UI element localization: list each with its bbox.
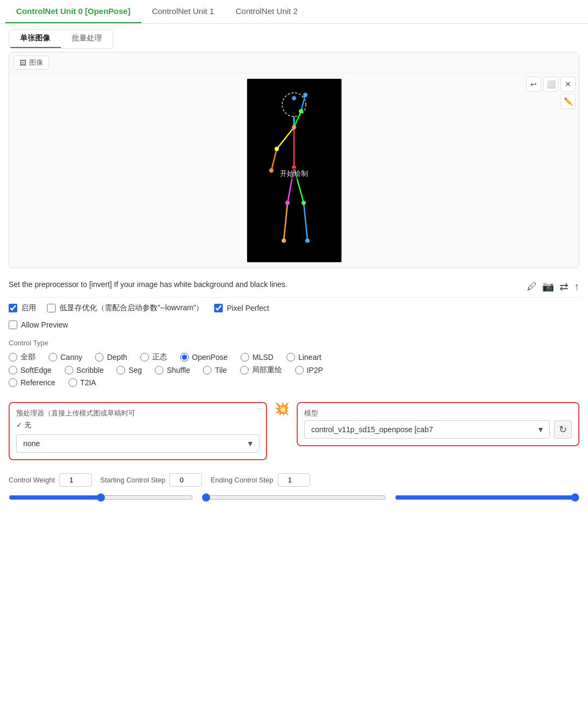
- svg-point-19: [285, 201, 290, 205]
- svg-point-15: [269, 168, 274, 173]
- main-tab-bar: ControlNet Unit 0 [OpenPose] ControlNet …: [0, 0, 588, 24]
- edit-button[interactable]: ✏️: [560, 94, 576, 109]
- radio-label-softedge: SoftEdge: [20, 366, 52, 374]
- radio-label-seg: Seg: [128, 366, 142, 374]
- preprocessor-box: 预处理器（直接上传模式图或草稿时可 ✓ 无 none openpose open…: [9, 402, 267, 460]
- radio-label-all: 全部: [20, 352, 36, 362]
- app-container: ControlNet Unit 0 [OpenPose] ControlNet …: [0, 0, 588, 512]
- preprocessor-select[interactable]: none openpose openpose_face openpose_fac…: [16, 434, 259, 453]
- starting-step-item: Starting Control Step: [100, 473, 202, 487]
- radio-label-reference: Reference: [20, 378, 56, 387]
- pixel-perfect-label: Pixel Perfect: [227, 304, 269, 312]
- radio-mlsd[interactable]: MLSD: [241, 352, 274, 362]
- radio-label-t2ia: T2IA: [80, 378, 97, 387]
- control-weight-slider-wrap: [9, 493, 193, 503]
- svg-point-13: [292, 125, 296, 129]
- lowvram-checkbox-item[interactable]: 低显存优化（需配合启动参数"--lowvram"）: [47, 303, 203, 313]
- up-icon-button[interactable]: ↑: [574, 281, 579, 293]
- starting-step-slider[interactable]: [202, 493, 386, 502]
- starting-step-input[interactable]: [169, 473, 202, 487]
- svg-point-2: [292, 96, 296, 100]
- radio-row-2: SoftEdge Scribble Seg Shuffle Tile 局部重绘: [9, 365, 579, 375]
- erase-button[interactable]: ⬜: [543, 77, 558, 92]
- radio-all[interactable]: 全部: [9, 352, 36, 362]
- image-canvas: 开始绘制 ↩ ⬜ ✕ ✏️: [9, 73, 579, 268]
- model-select[interactable]: control_v11p_sd15_openpose [cab7 None: [304, 420, 550, 439]
- svg-point-22: [305, 238, 310, 243]
- sub-tab-bar: 单张图像 批量处理: [9, 29, 113, 49]
- radio-label-ip2p: IP2P: [307, 366, 323, 374]
- lowvram-label: 低显存优化（需配合启动参数"--lowvram"）: [59, 303, 203, 313]
- radio-openpose[interactable]: OpenPose: [180, 352, 228, 362]
- swap-icon-button[interactable]: ⇄: [559, 280, 569, 293]
- radio-scribble[interactable]: Scribble: [65, 365, 104, 375]
- explosion-icon[interactable]: 💥: [275, 402, 289, 416]
- control-type-label: Control Type: [9, 339, 579, 347]
- ending-step-slider[interactable]: [395, 493, 579, 502]
- svg-point-14: [275, 147, 279, 151]
- lowvram-checkbox[interactable]: [47, 304, 56, 312]
- tab-unit1[interactable]: ControlNet Unit 1: [141, 0, 225, 23]
- svg-point-17: [303, 93, 307, 97]
- radio-canny[interactable]: Canny: [49, 352, 82, 362]
- tab-unit2[interactable]: ControlNet Unit 2: [225, 0, 309, 23]
- radio-label-scribble: Scribble: [77, 366, 104, 374]
- info-section: Set the preprocessor to [invert] If your…: [0, 271, 588, 297]
- svg-point-21: [302, 201, 306, 205]
- info-action-icons: 🖊 📷 ⇄ ↑: [527, 279, 579, 293]
- image-icon: 🖼: [19, 59, 26, 67]
- radio-depth[interactable]: Depth: [95, 352, 127, 362]
- start-draw-label: 开始绘制: [277, 168, 311, 180]
- radio-label-mlsd: MLSD: [252, 353, 274, 362]
- image-toolbar: 🖼 图像: [9, 52, 579, 73]
- enable-checkbox[interactable]: [9, 304, 17, 312]
- pencil-icon-button[interactable]: 🖊: [527, 281, 537, 292]
- radio-ip2p[interactable]: IP2P: [295, 365, 323, 375]
- radio-seg[interactable]: Seg: [117, 365, 142, 375]
- radio-label-tile: Tile: [215, 366, 227, 374]
- image-label-text: 图像: [29, 58, 43, 67]
- control-weight-input[interactable]: 1: [59, 473, 92, 487]
- preprocessor-select-wrap: none openpose openpose_face openpose_fac…: [16, 434, 259, 453]
- control-weight-label: Control Weight: [9, 476, 55, 484]
- ending-step-input[interactable]: [278, 473, 310, 487]
- enable-label: 启用: [21, 303, 36, 313]
- close-button[interactable]: ✕: [560, 77, 576, 92]
- svg-point-16: [299, 109, 303, 113]
- allow-preview-row: Allow Preview: [0, 318, 588, 333]
- model-title: 模型: [304, 408, 572, 418]
- tab-unit0[interactable]: ControlNet Unit 0 [OpenPose]: [5, 0, 141, 23]
- radio-lineart[interactable]: Lineart: [286, 352, 322, 362]
- allow-preview-checkbox-item[interactable]: Allow Preview: [9, 321, 68, 329]
- radio-jubu[interactable]: 局部重绘: [240, 365, 282, 375]
- radio-t2ia[interactable]: T2IA: [69, 378, 97, 387]
- pixel-perfect-checkbox-item[interactable]: Pixel Perfect: [214, 304, 269, 312]
- enable-checkbox-item[interactable]: 启用: [9, 303, 36, 313]
- radio-shuffle[interactable]: Shuffle: [155, 365, 190, 375]
- radio-label-openpose: OpenPose: [192, 353, 228, 362]
- image-label-button[interactable]: 🖼 图像: [13, 56, 49, 70]
- pixel-perfect-checkbox[interactable]: [214, 304, 223, 312]
- radio-zhentai[interactable]: 正态: [140, 352, 167, 362]
- refresh-model-button[interactable]: ↻: [554, 420, 572, 439]
- model-select-wrap: control_v11p_sd15_openpose [cab7 None ▼: [304, 420, 550, 439]
- starting-step-slider-wrap: [202, 493, 386, 503]
- radio-label-lineart: Lineart: [298, 353, 322, 362]
- radio-softedge[interactable]: SoftEdge: [9, 365, 52, 375]
- bottom-section: 预处理器（直接上传模式图或草稿时可 ✓ 无 none openpose open…: [0, 394, 588, 468]
- camera-icon-button[interactable]: 📷: [542, 281, 554, 292]
- radio-reference[interactable]: Reference: [9, 378, 56, 387]
- allow-preview-checkbox[interactable]: [9, 321, 17, 329]
- radio-label-shuffle: Shuffle: [167, 366, 190, 374]
- canvas-toolbar-right: ↩ ⬜ ✕ ✏️: [526, 77, 576, 109]
- radio-label-depth: Depth: [107, 353, 127, 362]
- sub-tab-batch[interactable]: 批量处理: [61, 30, 113, 48]
- ending-step-label: Ending Control Step: [210, 476, 273, 484]
- radio-label-canny: Canny: [60, 353, 82, 362]
- undo-button[interactable]: ↩: [526, 77, 541, 92]
- image-upload-area[interactable]: 🖼 图像: [9, 52, 579, 268]
- checkbox-row: 启用 低显存优化（需配合启动参数"--lowvram"） Pixel Perfe…: [0, 298, 588, 318]
- control-weight-slider[interactable]: [9, 493, 193, 502]
- radio-tile[interactable]: Tile: [203, 365, 227, 375]
- sub-tab-single[interactable]: 单张图像: [9, 30, 61, 48]
